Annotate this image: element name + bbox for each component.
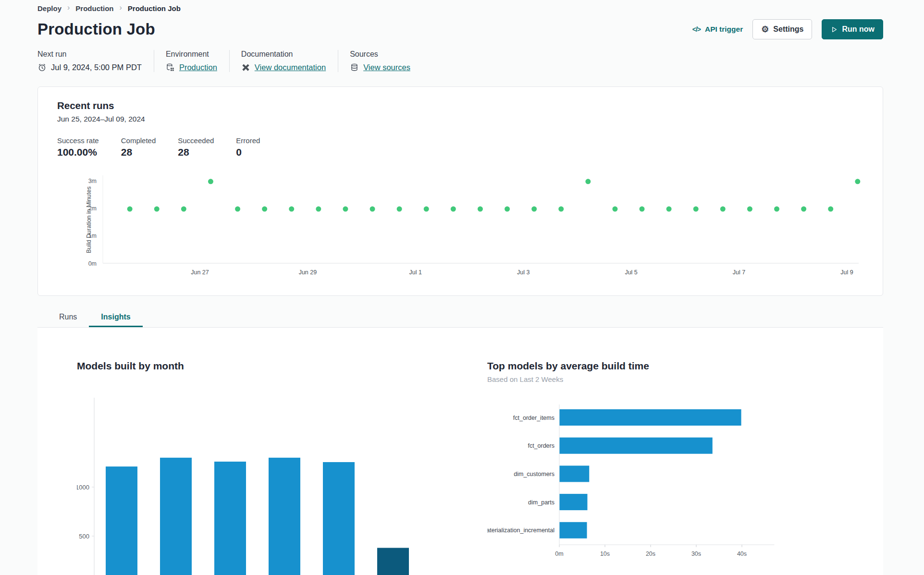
svg-text:0m: 0m	[555, 551, 563, 557]
svg-text:Jul 3: Jul 3	[517, 269, 530, 276]
svg-text:30s: 30s	[691, 551, 701, 557]
top-models-title: Top models by average build time	[487, 360, 795, 372]
recent-runs-date-range: Jun 25, 2024–Jul 09, 2024	[57, 115, 863, 123]
meta-environment: Environment Production	[166, 50, 230, 72]
database-icon	[350, 63, 359, 72]
stat-succeeded: Succeeded 28	[178, 136, 214, 158]
build-duration-chart: 0m1m2m3mBuild Duration in MinutesJun 27J…	[57, 171, 863, 288]
page-header: Production Job </> API trigger ⚙ Setting…	[37, 19, 883, 39]
meta-next-run-label: Next run	[37, 50, 142, 59]
run-data-point	[558, 207, 564, 212]
recent-runs-stats: Success rate 100.00% Completed 28 Succee…	[57, 136, 863, 158]
run-data-point	[505, 207, 510, 212]
meta-documentation-label: Documentation	[241, 50, 326, 59]
view-documentation-link[interactable]: View documentation	[255, 63, 326, 72]
month-bar	[106, 466, 137, 575]
svg-text:materialization_incremental: materialization_incremental	[487, 527, 554, 534]
svg-text:Jun 27: Jun 27	[191, 269, 209, 276]
run-data-point	[828, 207, 833, 212]
meta-documentation: Documentation View documentation	[241, 50, 338, 72]
svg-text:40s: 40s	[737, 551, 747, 557]
svg-text:20s: 20s	[646, 551, 655, 557]
month-bar	[323, 462, 355, 575]
svg-text:10s: 10s	[600, 551, 610, 557]
top-models-block: Top models by average build time Based o…	[487, 360, 795, 564]
breadcrumb-deploy[interactable]: Deploy	[37, 4, 62, 12]
environment-link[interactable]: Production	[179, 63, 217, 72]
meta-sources-label: Sources	[350, 50, 410, 59]
stat-success-rate: Success rate 100.00%	[57, 136, 99, 158]
breadcrumb-production[interactable]: Production	[75, 4, 113, 12]
run-data-point	[774, 207, 779, 212]
run-data-point	[154, 207, 160, 212]
header-actions: </> API trigger ⚙ Settings Run now	[692, 19, 883, 39]
svg-text:Jul 5: Jul 5	[625, 269, 637, 276]
meta-sources: Sources View sources	[350, 50, 422, 72]
alarm-clock-icon	[37, 63, 47, 72]
build-duration-svg: 0m1m2m3mBuild Duration in MinutesJun 27J…	[57, 171, 864, 286]
next-run-value: Jul 9, 2024, 5:00 PM PDT	[51, 63, 142, 72]
top-models-subtitle: Based on Last 2 Weeks	[487, 375, 795, 383]
settings-button[interactable]: ⚙ Settings	[752, 19, 812, 39]
environment-icon	[166, 63, 175, 72]
top-models-svg: fct_order_itemsfct_ordersdim_customersdi…	[487, 401, 795, 564]
svg-text:fct_order_items: fct_order_items	[513, 415, 554, 421]
svg-text:dim_customers: dim_customers	[514, 471, 554, 477]
recent-runs-title: Recent runs	[57, 100, 863, 111]
svg-text:Jul 7: Jul 7	[733, 269, 745, 276]
run-data-point	[235, 207, 240, 212]
tab-bar: Runs Insights	[37, 308, 883, 328]
models-by-month-block: Models built by month 05001000FebMarAprM…	[77, 360, 443, 575]
view-sources-link[interactable]: View sources	[363, 63, 410, 72]
svg-text:Jul 9: Jul 9	[840, 269, 853, 276]
svg-text:1000: 1000	[77, 484, 89, 491]
api-trigger-link[interactable]: </> API trigger	[692, 25, 743, 34]
svg-text:3m: 3m	[88, 178, 97, 184]
tab-runs[interactable]: Runs	[47, 308, 89, 327]
model-bar	[560, 494, 588, 510]
svg-text:500: 500	[79, 533, 89, 540]
run-data-point	[262, 207, 267, 212]
run-data-point	[478, 207, 483, 212]
model-bar	[560, 438, 713, 454]
model-bar	[560, 465, 590, 482]
run-data-point	[801, 207, 806, 212]
breadcrumb-production-job: Production Job	[128, 4, 181, 12]
run-data-point	[640, 207, 645, 212]
page-title: Production Job	[37, 20, 155, 38]
run-data-point	[181, 207, 186, 212]
svg-text:Jul 1: Jul 1	[409, 269, 422, 276]
breadcrumb: Deploy › Production › Production Job	[37, 4, 883, 12]
run-data-point	[424, 207, 429, 212]
recent-runs-card: Recent runs Jun 25, 2024–Jul 09, 2024 Su…	[37, 86, 883, 296]
meta-environment-label: Environment	[166, 50, 217, 59]
play-icon	[830, 26, 838, 33]
stat-errored: Errored 0	[236, 136, 260, 158]
svg-text:0m: 0m	[88, 260, 97, 267]
tab-insights[interactable]: Insights	[89, 308, 142, 327]
models-by-month-svg: 05001000FebMarAprMayJunCurrent	[77, 394, 443, 575]
model-bar	[560, 522, 587, 538]
run-now-label: Run now	[842, 25, 875, 34]
dbt-docs-icon	[241, 63, 250, 72]
run-data-point	[397, 207, 402, 212]
job-meta-row: Next run Jul 9, 2024, 5:00 PM PDT Enviro…	[37, 50, 883, 72]
svg-text:fct_orders: fct_orders	[528, 442, 554, 449]
run-data-point	[720, 207, 726, 212]
gear-icon: ⚙	[761, 25, 769, 34]
run-now-button[interactable]: Run now	[822, 19, 883, 39]
run-data-point	[666, 207, 672, 212]
month-bar	[377, 548, 409, 575]
run-data-point	[855, 179, 860, 184]
run-data-point	[451, 207, 456, 212]
svg-text:Build Duration in Minutes: Build Duration in Minutes	[86, 186, 92, 253]
run-data-point	[747, 207, 752, 212]
chevron-right-icon: ›	[67, 3, 70, 12]
run-data-point	[370, 207, 375, 212]
code-icon: </>	[692, 25, 701, 33]
meta-next-run: Next run Jul 9, 2024, 5:00 PM PDT	[37, 50, 154, 72]
run-data-point	[612, 207, 617, 212]
run-data-point	[531, 207, 537, 212]
top-models-chart: fct_order_itemsfct_ordersdim_customersdi…	[487, 401, 795, 564]
month-bar	[160, 458, 192, 575]
